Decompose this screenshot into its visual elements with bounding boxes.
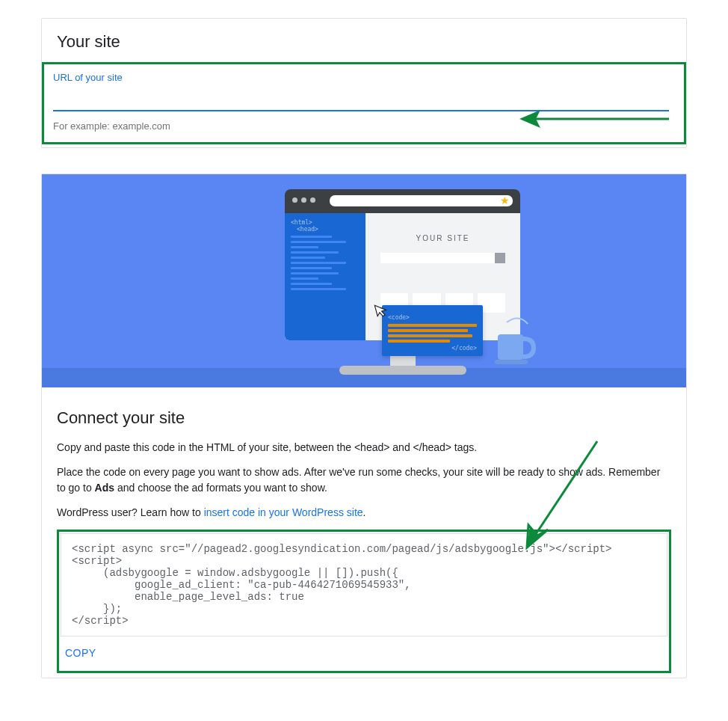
wordpress-help-link[interactable]: insert code in your WordPress site: [204, 506, 363, 518]
monitor-illustration: ★ <html> <head> YOUR SITE: [285, 189, 520, 375]
arrow-annotation-2: [519, 437, 602, 559]
your-site-title: Your site: [42, 19, 686, 62]
illustration-page-label: YOUR SITE: [365, 234, 520, 242]
code-popup-illustration: <code> </code>: [382, 305, 483, 356]
hero-illustration: ★ <html> <head> YOUR SITE: [42, 174, 686, 387]
svg-line-4: [533, 441, 597, 539]
copy-button[interactable]: COPY: [61, 636, 98, 662]
svg-rect-2: [498, 334, 523, 360]
url-field-label: URL of your site: [53, 72, 675, 83]
svg-rect-3: [495, 360, 528, 364]
arrow-annotation-1: [519, 104, 669, 134]
mug-illustration: [492, 316, 537, 371]
connect-title: Connect your site: [57, 401, 671, 431]
connect-site-card: ★ <html> <head> YOUR SITE: [41, 174, 687, 678]
star-icon: ★: [500, 194, 510, 206]
